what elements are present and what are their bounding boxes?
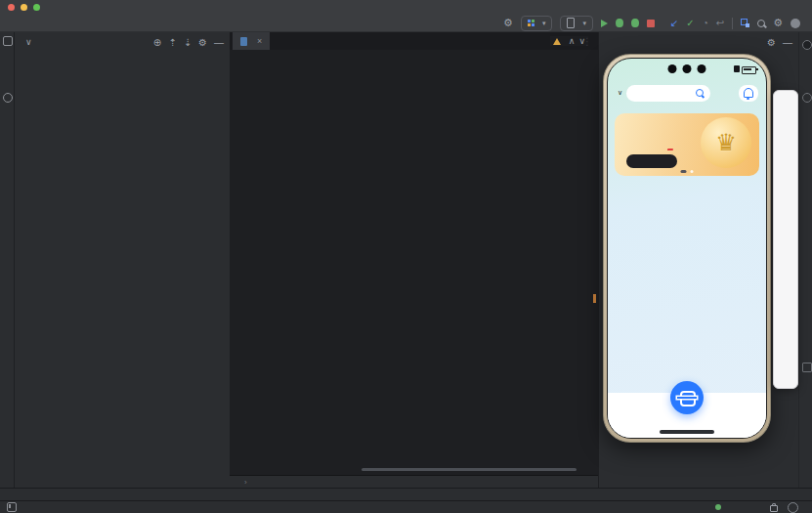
close-window-button[interactable] — [8, 4, 15, 11]
notification-bell-button[interactable] — [739, 85, 758, 102]
device-selector[interactable]: ▾ — [560, 16, 593, 31]
panel-options-gear-icon[interactable]: ⚙ — [198, 37, 207, 48]
emulator-control-panel — [773, 90, 798, 389]
crown-graphic: ♛ — [701, 117, 751, 168]
phone-screen: ∨ ♛ — [607, 58, 767, 439]
chevron-down-icon: ▾ — [542, 20, 546, 27]
toolbar-actions: ⚙ ▾ ▾ ↙ ✓ ◔ ↩ ⚙ — [503, 16, 812, 31]
scan-button[interactable] — [670, 381, 704, 414]
ide-window: ⚙ ▾ ▾ ↙ ✓ ◔ ↩ ⚙ — [0, 0, 812, 513]
search-icon[interactable] — [757, 20, 765, 27]
divider — [732, 18, 733, 29]
module-selector[interactable]: ▾ — [521, 16, 553, 31]
sim-icon — [734, 65, 740, 72]
left-tool-stripe — [0, 32, 15, 488]
search-row: ∨ — [616, 84, 758, 102]
device-file-browser-icon[interactable] — [802, 363, 812, 372]
git-commit-icon[interactable]: ✓ — [686, 18, 694, 28]
editor-breadcrumb: › — [230, 475, 598, 488]
main-toolbar: ⚙ ▾ ▾ ↙ ✓ ◔ ↩ ⚙ — [0, 15, 812, 32]
project-panel: ∨ ⊕ ⇡ ⇣ ⚙ — — [15, 32, 230, 488]
horizontal-scrollbar[interactable] — [362, 468, 577, 471]
breadcrumb-separator: › — [244, 478, 247, 487]
window-controls — [8, 4, 40, 11]
right-tool-stripe — [798, 32, 812, 488]
maximize-window-button[interactable] — [33, 4, 40, 11]
chevron-down-icon: ▾ — [582, 20, 586, 27]
chevron-down-icon: ∨ — [618, 89, 622, 97]
status-bar — [0, 500, 812, 513]
profile-button[interactable] — [631, 19, 639, 27]
editor-tab-bar: × ⋮ — [230, 32, 598, 50]
module-icon — [528, 20, 534, 26]
phone-emulator: ∨ ♛ — [603, 54, 771, 443]
status-avatar-icon[interactable] — [788, 502, 798, 513]
stop-button[interactable] — [647, 20, 655, 27]
title-bar — [0, 0, 812, 15]
expand-all-icon[interactable]: ⇡ — [168, 37, 176, 48]
hide-panel-icon[interactable]: — — [783, 37, 792, 48]
faq-icon[interactable] — [802, 40, 812, 50]
git-history-icon[interactable]: ◔ — [703, 18, 708, 28]
locate-file-icon[interactable]: ⊕ — [153, 37, 161, 48]
code-editor: × ⋮ ∧ ∨ › — [230, 32, 598, 488]
collapse-all-icon[interactable]: ⇣ — [184, 37, 192, 48]
notifications-header: ⚙ — — [599, 32, 798, 52]
search-icon[interactable] — [696, 89, 704, 97]
notifications-gear-icon[interactable]: ⚙ — [767, 37, 776, 48]
tool-window-bar — [0, 488, 812, 500]
project-tree — [15, 54, 230, 488]
status-bar-right — [715, 502, 812, 513]
tool-windows-toggle-icon[interactable] — [7, 502, 17, 512]
inspection-widget[interactable]: ∧ ∨ — [550, 36, 588, 46]
hide-panel-icon[interactable]: — — [214, 37, 224, 48]
settings-gear-icon[interactable]: ⚙ — [773, 17, 783, 29]
warning-icon — [553, 38, 561, 45]
lock-icon[interactable] — [770, 505, 778, 512]
commit-tool-icon[interactable] — [3, 93, 13, 103]
battery-icon — [742, 66, 756, 74]
prev-issue-icon[interactable]: ∧ — [569, 36, 576, 46]
editor-tab[interactable]: × — [233, 32, 270, 50]
project-panel-header: ∨ ⊕ ⇡ ⇣ ⚙ — — [15, 32, 230, 52]
carousel-dots — [681, 170, 694, 173]
bell-icon[interactable] — [802, 93, 812, 103]
git-update-icon[interactable]: ↙ — [670, 18, 678, 28]
ets-file-icon — [240, 37, 247, 46]
git-rollback-icon[interactable]: ↩ — [716, 18, 724, 28]
chevron-down-icon[interactable]: ∨ — [25, 37, 32, 47]
banner-promo-tag — [667, 149, 673, 150]
project-panel-actions: ⊕ ⇡ ⇣ ⚙ — — [153, 37, 224, 48]
phone-icon — [567, 18, 575, 28]
banner-buy-button[interactable] — [626, 154, 677, 168]
next-issue-icon[interactable]: ∨ — [578, 36, 585, 46]
status-green-dot — [715, 504, 721, 510]
project-tool-icon[interactable] — [3, 36, 13, 46]
close-tab-icon[interactable]: × — [257, 36, 262, 46]
promo-banner[interactable]: ♛ — [615, 113, 759, 176]
notifications-actions: ⚙ — — [767, 37, 792, 48]
device-manager-icon[interactable] — [741, 19, 749, 27]
minimize-window-button[interactable] — [21, 4, 27, 11]
gear-icon[interactable]: ⚙ — [503, 17, 513, 29]
profile-avatar[interactable] — [791, 19, 800, 28]
bell-icon — [744, 88, 753, 98]
camera-cutout — [668, 64, 706, 73]
home-indicator — [660, 430, 714, 434]
debug-button[interactable] — [616, 19, 623, 27]
crown-icon: ♛ — [715, 129, 737, 156]
run-button[interactable] — [601, 20, 608, 27]
code-area[interactable] — [230, 50, 598, 475]
scrollbar-warning-mark — [593, 294, 596, 303]
